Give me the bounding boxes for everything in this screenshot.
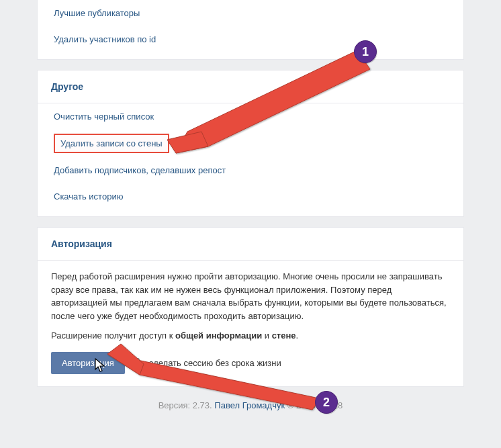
other-link-2[interactable]: Добавить подписчиков, сделавших репост [38, 157, 463, 183]
highlight-box: Удалить записи со стены [54, 134, 169, 153]
session-checkbox-label: - сделать сессию без срока жизни [144, 358, 281, 368]
footer: Версия: 2.73. Павел Громадчук © 2016 - 2… [0, 400, 501, 410]
auth-action-row: Авторизация - сделать сессию без срока ж… [38, 352, 463, 386]
link-top-publishers[interactable]: Лучшие публикаторы [38, 0, 463, 26]
perm-general-info: общей информации [175, 330, 262, 341]
session-checkbox-wrap[interactable]: - сделать сессию без срока жизни [130, 358, 281, 368]
auth-header: Авторизация [38, 228, 463, 261]
auth-button[interactable]: Авторизация [51, 352, 125, 374]
perm-and: и [262, 330, 272, 341]
auth-permissions: Расширение получит доступ к общей информ… [38, 322, 463, 352]
perm-wall: стене [272, 330, 296, 341]
other-link-1[interactable]: Удалить записи со стены [38, 130, 463, 157]
auth-panel: Авторизация Перед работой расширения нуж… [37, 227, 464, 387]
perm-suffix: . [296, 330, 299, 341]
footer-copyright: © 2016 - 2018 [287, 400, 343, 410]
other-link-3[interactable]: Скачать историю [38, 183, 463, 210]
other-header: Другое [38, 71, 463, 103]
auth-paragraph: Перед работой расширения нужно пройти ав… [38, 261, 463, 322]
footer-version: Версия: 2.73. [158, 400, 212, 410]
top-links-panel: Лучшие публикаторы Удалить участников по… [37, 0, 464, 60]
perm-prefix: Расширение получит доступ к [51, 330, 175, 341]
footer-author-link[interactable]: Павел Громадчук [214, 400, 285, 410]
other-panel: Другое Очистить черный списокУдалить зап… [37, 70, 464, 217]
session-checkbox[interactable] [130, 358, 140, 367]
link-remove-members-by-id[interactable]: Удалить участников по id [38, 26, 463, 52]
other-link-0[interactable]: Очистить черный список [38, 103, 463, 130]
